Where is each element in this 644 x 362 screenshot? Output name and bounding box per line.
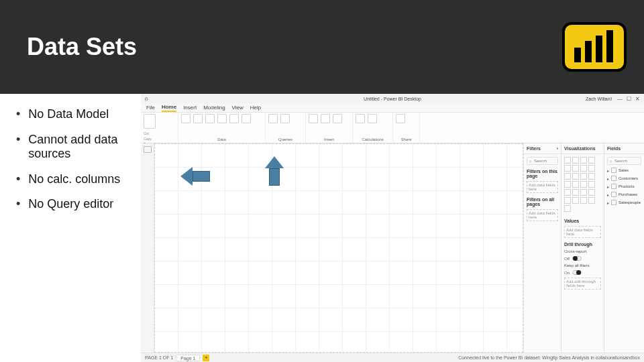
drill-through-label: Drill through bbox=[564, 242, 601, 247]
checkbox-icon[interactable] bbox=[611, 200, 616, 205]
copy-button[interactable]: Copy bbox=[144, 137, 166, 141]
excel-button[interactable] bbox=[193, 114, 203, 123]
drill-fields-well[interactable]: Add drill-through fields here bbox=[564, 278, 601, 290]
page-tab[interactable]: Page 1 bbox=[176, 355, 200, 361]
checkbox-icon[interactable] bbox=[611, 176, 616, 181]
viz-tile[interactable] bbox=[580, 165, 587, 172]
pbi-datasets-button[interactable] bbox=[205, 114, 215, 123]
filters-on-page-well[interactable]: Add data fields here bbox=[527, 181, 558, 193]
publish-button[interactable] bbox=[396, 114, 405, 123]
refresh-button[interactable] bbox=[280, 114, 290, 123]
autosave-icon[interactable]: ⎙ bbox=[145, 97, 148, 101]
viz-tile[interactable] bbox=[572, 181, 579, 188]
recent-sources-button[interactable] bbox=[241, 114, 251, 123]
viz-tile[interactable] bbox=[580, 181, 587, 188]
cross-report-label: Cross-report bbox=[564, 249, 601, 253]
minimize-icon[interactable]: — bbox=[617, 96, 623, 102]
menu-file[interactable]: File bbox=[146, 105, 155, 111]
svg-rect-2 bbox=[585, 41, 592, 62]
viz-tile[interactable] bbox=[572, 173, 579, 180]
menu-view[interactable]: View bbox=[232, 105, 244, 111]
field-table[interactable]: Salespeople bbox=[607, 200, 641, 205]
more-visuals-button[interactable] bbox=[333, 114, 342, 123]
paste-button[interactable] bbox=[144, 114, 156, 129]
fields-pane: Fields ⌕Search Sales Customers Products … bbox=[604, 143, 644, 353]
fields-search[interactable]: ⌕Search bbox=[607, 157, 641, 165]
text-box-button[interactable] bbox=[321, 114, 330, 123]
menu-insert[interactable]: Insert bbox=[183, 105, 197, 111]
pbi-ribbon: Cut Copy Format painter Clipboard Data bbox=[141, 113, 644, 143]
ribbon-insert: Insert bbox=[306, 113, 353, 143]
viz-tile[interactable] bbox=[564, 197, 571, 204]
checkbox-icon[interactable] bbox=[611, 192, 616, 197]
viz-tile[interactable] bbox=[564, 181, 571, 188]
viz-tile[interactable] bbox=[564, 157, 571, 164]
viz-tile[interactable] bbox=[588, 181, 595, 188]
pbi-left-rail bbox=[141, 143, 154, 353]
viz-tile[interactable] bbox=[588, 157, 595, 164]
viz-tile[interactable] bbox=[580, 197, 587, 204]
menu-home[interactable]: Home bbox=[162, 104, 176, 112]
ribbon-clipboard: Cut Copy Format painter Clipboard bbox=[141, 113, 178, 143]
viz-tile[interactable] bbox=[588, 197, 595, 204]
field-table[interactable]: Purchases bbox=[607, 192, 641, 197]
viz-tile[interactable] bbox=[580, 173, 587, 180]
ribbon-group-label: Calculations bbox=[356, 137, 390, 141]
filters-all-pages-well[interactable]: Add data fields here bbox=[527, 209, 558, 221]
ribbon-group-label: Data bbox=[181, 137, 262, 141]
keep-filters-toggle[interactable]: On bbox=[564, 270, 601, 275]
page-counter: PAGE 1 OF 1 bbox=[145, 355, 173, 360]
get-data-button[interactable] bbox=[181, 114, 191, 123]
enter-data-button[interactable] bbox=[229, 114, 239, 123]
pbi-user[interactable]: Zach Willard bbox=[586, 97, 612, 101]
viz-tile[interactable] bbox=[572, 165, 579, 172]
viz-tile[interactable] bbox=[588, 189, 595, 196]
viz-tile[interactable] bbox=[564, 173, 571, 180]
viz-tile[interactable] bbox=[564, 205, 571, 212]
values-well[interactable]: Add data fields here bbox=[564, 226, 601, 238]
chevron-right-icon[interactable]: › bbox=[557, 146, 558, 151]
bullet-item: No calc. columns bbox=[16, 172, 134, 187]
menu-modeling[interactable]: Modeling bbox=[203, 105, 225, 111]
viz-tile[interactable] bbox=[572, 197, 579, 204]
close-icon[interactable]: ✕ bbox=[635, 96, 640, 102]
viz-tile[interactable] bbox=[564, 165, 571, 172]
menu-help[interactable]: Help bbox=[250, 105, 261, 111]
maximize-icon[interactable]: ☐ bbox=[627, 96, 631, 102]
viz-tile[interactable] bbox=[588, 165, 595, 172]
filters-search[interactable]: ⌕Search bbox=[527, 157, 558, 165]
new-visual-button[interactable] bbox=[309, 114, 318, 123]
bullet-text: No Data Model bbox=[28, 107, 109, 122]
ribbon-group-label: Share bbox=[396, 137, 417, 141]
viz-tile[interactable] bbox=[572, 157, 579, 164]
field-table[interactable]: Customers bbox=[607, 176, 641, 181]
checkbox-icon[interactable] bbox=[611, 184, 616, 189]
bullet-text: No calc. columns bbox=[28, 172, 120, 187]
add-page-button[interactable]: + bbox=[203, 355, 209, 361]
fields-search-placeholder: Search bbox=[614, 159, 627, 163]
new-measure-button[interactable] bbox=[356, 114, 365, 123]
viz-tile[interactable] bbox=[588, 173, 595, 180]
quick-measure-button[interactable] bbox=[368, 114, 377, 123]
viz-tile[interactable] bbox=[580, 189, 587, 196]
ribbon-group-label: Insert bbox=[309, 137, 350, 141]
visualizations-pane: Visualizations Values Add data fields he… bbox=[561, 143, 604, 353]
filters-header: Filters bbox=[527, 146, 541, 151]
pbi-canvas[interactable] bbox=[154, 143, 523, 353]
viz-tile[interactable] bbox=[564, 189, 571, 196]
filters-search-placeholder: Search bbox=[534, 159, 547, 163]
viz-tile[interactable] bbox=[580, 157, 587, 164]
bullet-text: No Query editor bbox=[28, 197, 113, 212]
cross-report-toggle[interactable]: Off bbox=[564, 256, 601, 261]
sql-button[interactable] bbox=[217, 114, 227, 123]
cut-button[interactable]: Cut bbox=[144, 131, 166, 135]
field-table[interactable]: Sales bbox=[607, 168, 641, 173]
report-view-icon[interactable] bbox=[144, 146, 152, 153]
fields-header: Fields bbox=[607, 146, 621, 151]
checkbox-icon[interactable] bbox=[611, 168, 616, 173]
viz-header: Visualizations bbox=[564, 146, 596, 151]
field-table[interactable]: Products bbox=[607, 184, 641, 189]
toggle-off-label: Off bbox=[564, 257, 570, 261]
viz-tile[interactable] bbox=[572, 189, 579, 196]
transform-data-button[interactable] bbox=[268, 114, 278, 123]
